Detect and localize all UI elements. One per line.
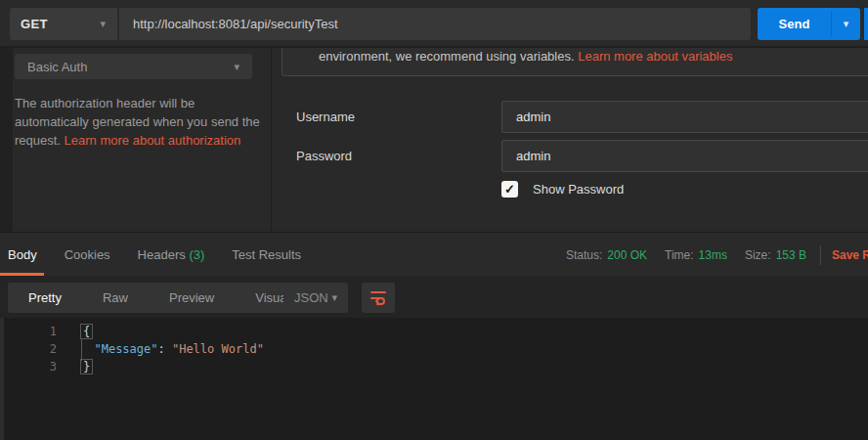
method-url-group: GET ▾ http://localhost:8081/api/security… xyxy=(10,8,751,40)
headers-count-badge: (3) xyxy=(189,247,204,262)
url-value: http://localhost:8081/api/securityTest xyxy=(133,17,338,31)
wrap-text-button[interactable] xyxy=(362,283,395,313)
view-raw[interactable]: Raw xyxy=(82,283,149,313)
variables-callout: environment, we recommend using variable… xyxy=(282,46,868,76)
send-button-label[interactable]: Send xyxy=(758,8,831,40)
code-text: "Message": "Hello World" xyxy=(80,342,264,356)
response-tab-bar: Body Cookies Headers (3) Test Results St… xyxy=(0,232,868,276)
url-input[interactable]: http://localhost:8081/api/securityTest xyxy=(119,8,751,40)
size-value: 153 B xyxy=(776,248,806,262)
json-colon: : xyxy=(157,342,171,356)
tab-cookies[interactable]: Cookies xyxy=(65,247,110,262)
bracket-pair-guide xyxy=(81,338,82,361)
username-label: Username xyxy=(296,110,355,124)
auth-description: The authorization header will be automat… xyxy=(15,94,265,150)
authorization-section: Basic Auth ▾ The authorization header wi… xyxy=(0,46,868,232)
code-line: 3 } xyxy=(0,358,868,375)
postman-window: Basic Auth ▾ The authorization header wi… xyxy=(0,0,868,440)
auth-type-value: Basic Auth xyxy=(27,60,87,74)
size-label: Size: xyxy=(745,248,771,262)
response-format-value: JSON xyxy=(294,290,328,305)
password-label: Password xyxy=(296,149,352,163)
line-number: 1 xyxy=(0,325,61,338)
chevron-down-icon: ▾ xyxy=(331,292,337,303)
response-tab-list: Body Cookies Headers (3) Test Results xyxy=(8,233,301,277)
response-body-viewer[interactable]: 1 { 2 "Message": "Hello World" 3 } xyxy=(0,318,868,440)
response-format-select[interactable]: JSON ▾ xyxy=(283,283,348,313)
json-key: "Message" xyxy=(94,342,157,356)
learn-more-variables-link[interactable]: Learn more about variables xyxy=(578,49,732,64)
request-bar: GET ▾ http://localhost:8081/api/security… xyxy=(0,0,868,46)
code-text: { xyxy=(80,325,93,338)
view-preview[interactable]: Preview xyxy=(149,283,235,313)
view-mode-segmented-control: Pretty Raw Preview Visualize xyxy=(8,283,326,313)
send-button[interactable]: Send ▾ xyxy=(758,8,860,40)
panel-divider xyxy=(271,46,272,232)
code-left-edge xyxy=(0,318,4,440)
auth-type-select[interactable]: Basic Auth ▾ xyxy=(15,54,252,79)
meta-divider xyxy=(820,245,821,265)
left-edge-strip xyxy=(0,46,13,232)
status-value: 200 OK xyxy=(607,248,647,262)
username-value: admin xyxy=(516,110,550,124)
indent xyxy=(80,342,94,356)
line-number: 3 xyxy=(0,360,61,374)
clipped-button-edge[interactable] xyxy=(864,8,868,40)
chevron-down-icon: ▾ xyxy=(234,62,239,72)
response-view-bar: Pretty Raw Preview Visualize JSON ▾ xyxy=(0,276,868,318)
open-brace: { xyxy=(80,324,93,339)
section-top-divider xyxy=(0,46,868,48)
tab-test-results[interactable]: Test Results xyxy=(232,247,301,262)
tab-headers[interactable]: Headers (3) xyxy=(138,247,205,262)
password-input[interactable]: admin xyxy=(501,140,868,172)
username-input[interactable]: admin xyxy=(501,101,868,133)
send-options-caret[interactable]: ▾ xyxy=(832,8,860,40)
http-method-select[interactable]: GET ▾ xyxy=(10,8,117,40)
tab-body[interactable]: Body xyxy=(8,247,37,262)
close-brace: } xyxy=(80,359,93,374)
wrap-text-icon xyxy=(369,286,388,309)
view-pretty[interactable]: Pretty xyxy=(8,283,82,313)
callout-text: environment, we recommend using variable… xyxy=(319,49,732,64)
learn-more-authorization-link[interactable]: Learn more about authorization xyxy=(65,133,241,148)
save-response-button[interactable]: Save Response xyxy=(832,248,868,262)
tab-headers-label: Headers xyxy=(138,247,186,262)
caret-down-icon: ▾ xyxy=(844,18,849,30)
time-value: 13ms xyxy=(699,248,727,262)
json-string-value: "Hello World" xyxy=(172,342,264,356)
show-password-checkbox[interactable]: ✓ xyxy=(501,181,518,198)
password-value: admin xyxy=(516,149,550,163)
checkmark-icon: ✓ xyxy=(504,182,515,197)
callout-message: environment, we recommend using variable… xyxy=(319,49,578,64)
status-label: Status: xyxy=(566,248,602,262)
http-method-value: GET xyxy=(21,17,48,31)
chevron-down-icon: ▾ xyxy=(100,19,106,29)
code-line: 1 { xyxy=(0,323,868,340)
time-label: Time: xyxy=(665,248,694,262)
show-password-label: Show Password xyxy=(533,182,624,197)
code-line: 2 "Message": "Hello World" xyxy=(0,340,868,358)
code-text: } xyxy=(80,360,93,374)
line-number: 2 xyxy=(0,342,61,356)
response-meta: Status: 200 OK Time: 13ms Size: 153 B Sa… xyxy=(566,233,868,277)
